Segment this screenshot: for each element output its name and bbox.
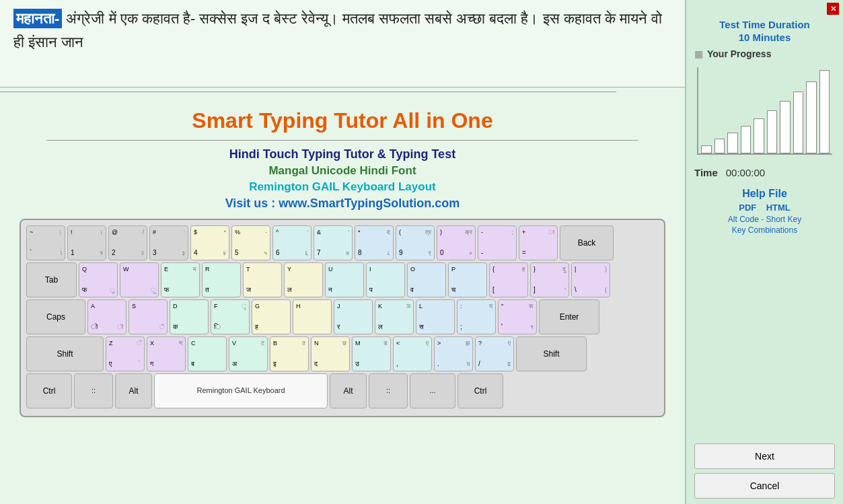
bar-4 (741, 126, 752, 153)
key-backspace[interactable]: Back (560, 225, 614, 260)
key-win-left[interactable]: :: (74, 373, 113, 408)
bar-3 (727, 133, 738, 153)
key-space[interactable]: Remington GAIL Keyboard (154, 373, 328, 408)
key-shift-right[interactable]: Shift (516, 336, 587, 371)
key-y[interactable]: Yल (284, 262, 323, 297)
key-o[interactable]: Oव (407, 262, 446, 297)
key-d[interactable]: Dक (170, 299, 209, 334)
key-1[interactable]: !1।१ (67, 225, 106, 260)
bar-8 (793, 92, 804, 153)
keyboard-row-4: Shift Zएॅ॓ Xगण Cब Vअट Bइठ Nदछ Mउड <,ए >.… (26, 336, 659, 371)
key-caps[interactable]: Caps (26, 299, 85, 334)
key-h[interactable]: H (293, 299, 332, 334)
key-v[interactable]: Vअट (229, 336, 268, 371)
bar-5 (754, 118, 764, 153)
sidebar: ✕ Test Time Duration 10 Minutes ▦ Your P… (685, 0, 843, 504)
key-menu[interactable]: ... (410, 373, 455, 408)
help-html-link[interactable]: HTML (766, 203, 791, 213)
key-win-right[interactable]: :: (369, 373, 408, 408)
subtitle-typing: Hindi Touch Typing Tutor & Typing Test (229, 147, 455, 161)
key-4[interactable]: $4*४ (190, 225, 229, 260)
key-9[interactable]: (9त्र९ (396, 225, 435, 260)
key-equals[interactable]: +=ा (519, 225, 558, 260)
test-time-title: Test Time Duration (694, 19, 835, 30)
key-3[interactable]: #3:३ (149, 225, 188, 260)
key-8[interactable]: *8द८ (355, 225, 394, 260)
keyboard: ~`।\ !1।१ @2/२ #3:३ $4*४ %5-५ ^6'६ &7'७ … (20, 219, 665, 417)
key-minus[interactable]: --; (478, 225, 517, 260)
key-6[interactable]: ^6'६ (272, 225, 311, 260)
divider-top (0, 92, 616, 92)
key-alt-left[interactable]: Alt (115, 373, 152, 408)
key-alt-right[interactable]: Alt (330, 373, 367, 408)
key-x[interactable]: Xगण (147, 336, 186, 371)
key-enter[interactable]: Enter (539, 299, 599, 334)
key-ctrl-left[interactable]: Ctrl (26, 373, 72, 408)
key-b[interactable]: Bइठ (270, 336, 309, 371)
bar-7 (780, 101, 791, 153)
key-w[interactable]: Wू (120, 262, 159, 297)
key-comma[interactable]: <,ए (393, 336, 432, 371)
key-tab[interactable]: Tab (26, 262, 77, 297)
key-semicolon[interactable]: :;य (457, 299, 496, 334)
help-links[interactable]: PDF HTML (694, 203, 835, 213)
key-i[interactable]: Iप (366, 262, 405, 297)
key-j[interactable]: Jर (334, 299, 373, 334)
time-section: Time 00:00:00 (694, 167, 835, 178)
next-button[interactable]: Next (694, 443, 835, 469)
key-rbracket[interactable]: }]दू' (530, 262, 569, 297)
bar-6 (767, 110, 778, 153)
key-f[interactable]: Fिृ (211, 299, 250, 334)
key-u[interactable]: Uन (325, 262, 364, 297)
key-slash[interactable]: ?/एढ (475, 336, 514, 371)
progress-header: ▦ Your Progress (694, 48, 835, 59)
bar-1 (701, 145, 712, 153)
key-r[interactable]: Rत (202, 262, 241, 297)
key-n[interactable]: Nदछ (311, 336, 350, 371)
key-m[interactable]: Mउड (352, 336, 391, 371)
subtitle-website: Visit us : www.SmartTypingSolution.com (225, 196, 460, 211)
time-value: 00:00:00 (726, 167, 765, 178)
key-period[interactable]: >.झप (434, 336, 473, 371)
help-file-title: Help File (694, 188, 835, 200)
center-content: Smart Typing Tutor All in One Hindi Touc… (0, 96, 685, 504)
key-e[interactable]: Eफम (161, 262, 200, 297)
key-5[interactable]: %5-५ (231, 225, 270, 260)
key-2[interactable]: @2/२ (108, 225, 147, 260)
key-0[interactable]: )0क्र० (437, 225, 476, 260)
bar-9 (806, 81, 817, 153)
help-alt-link[interactable]: Alt Code - Short Key (694, 215, 835, 224)
progress-chart (697, 67, 832, 155)
main-area: महानता- अंग्रेजी में एक कहावत है- सक्सेस… (0, 0, 685, 504)
key-s[interactable]: Sै (129, 299, 168, 334)
cancel-button[interactable]: Cancel (694, 473, 835, 499)
subtitle-keyboard: Remington GAIL Keyboard Layout (249, 180, 435, 194)
key-shift-left[interactable]: Shift (26, 336, 104, 371)
key-l[interactable]: Lस (416, 299, 455, 334)
key-q[interactable]: Qफु (79, 262, 118, 297)
key-k[interactable]: Kलञ (375, 299, 414, 334)
key-backtick[interactable]: ~`।\ (26, 225, 65, 260)
progress-icon: ▦ (694, 48, 703, 59)
key-quote[interactable]: "'रू१ (498, 299, 537, 334)
close-button[interactable]: ✕ (827, 3, 839, 15)
key-ctrl-right[interactable]: Ctrl (457, 373, 503, 408)
bar-2 (714, 139, 725, 153)
keyboard-row-3: Caps Aोॊ Sै Dक Fिृ Gह H Jर Kलञ Lस :;य "'… (26, 299, 659, 334)
key-g[interactable]: Gह (252, 299, 291, 334)
passage-text: अंग्रेजी में एक कहावत है- सक्सेस इज द बे… (13, 10, 662, 50)
key-a[interactable]: Aोॊ (87, 299, 126, 334)
help-combo-link[interactable]: Key Combinations (694, 225, 835, 235)
key-lbracket[interactable]: {[ह (489, 262, 528, 297)
keyboard-row-5: Ctrl :: Alt Remington GAIL Keyboard Alt … (26, 373, 659, 408)
key-backslash[interactable]: |\)( (571, 262, 610, 297)
key-7[interactable]: &7'७ (314, 225, 353, 260)
help-pdf-link[interactable]: PDF (739, 203, 756, 213)
test-time-value: 10 Minutes (694, 32, 835, 43)
divider-mid (46, 140, 638, 141)
key-t[interactable]: Tज (243, 262, 282, 297)
key-z[interactable]: Zएॅ॓ (106, 336, 145, 371)
key-p[interactable]: Pच (448, 262, 487, 297)
time-label: Time (694, 167, 718, 178)
key-c[interactable]: Cब (188, 336, 227, 371)
